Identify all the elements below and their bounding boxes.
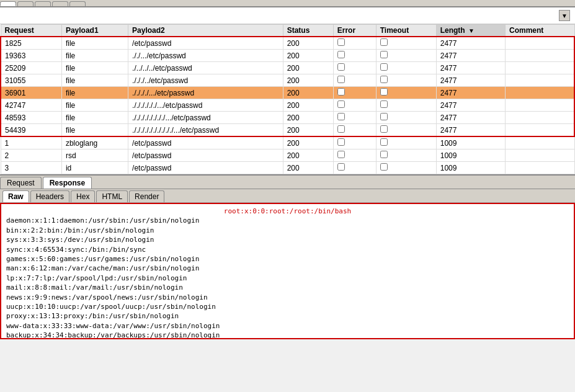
cell-error[interactable] bbox=[333, 149, 376, 162]
cell-timeout-checkbox[interactable] bbox=[380, 113, 388, 120]
cell-payload1: file bbox=[61, 99, 128, 112]
cell-request: 1 bbox=[1, 136, 61, 149]
sub-tab-headers[interactable]: Headers bbox=[30, 190, 69, 202]
cell-timeout[interactable] bbox=[376, 124, 436, 137]
cell-request: 48593 bbox=[1, 112, 61, 124]
cell-error[interactable] bbox=[333, 112, 376, 124]
col-length[interactable]: Length ▼ bbox=[436, 25, 505, 37]
sub-tab-hex[interactable]: Hex bbox=[71, 190, 95, 202]
table-row[interactable]: 19363file././.../etc/passwd2002477 bbox=[1, 50, 574, 62]
cell-error-checkbox[interactable] bbox=[337, 88, 345, 96]
cell-timeout-checkbox[interactable] bbox=[380, 38, 388, 46]
cell-timeout-checkbox[interactable] bbox=[380, 63, 388, 71]
table-row[interactable]: 31055file./././../etc/passwd2002477 bbox=[1, 74, 574, 87]
col-request[interactable]: Request bbox=[1, 25, 61, 37]
cell-error[interactable] bbox=[333, 62, 376, 74]
cell-timeout[interactable] bbox=[376, 149, 436, 162]
cell-error[interactable] bbox=[333, 162, 376, 174]
cell-payload2: /etc/passwd bbox=[128, 162, 283, 174]
tab-request[interactable]: Request bbox=[0, 177, 42, 189]
table-row[interactable]: 1zbloglang/etc/passwd2001009 bbox=[1, 136, 574, 149]
cell-error[interactable] bbox=[333, 50, 376, 62]
cell-error[interactable] bbox=[333, 87, 376, 99]
cell-timeout[interactable] bbox=[376, 87, 436, 99]
cell-timeout[interactable] bbox=[376, 99, 436, 112]
cell-error-checkbox[interactable] bbox=[337, 125, 345, 133]
cell-error-checkbox[interactable] bbox=[337, 63, 345, 71]
cell-length: 2477 bbox=[436, 74, 505, 87]
cell-timeout-checkbox[interactable] bbox=[380, 163, 388, 171]
filter-button[interactable]: ▼ bbox=[559, 10, 570, 21]
filter-bar: ▼ bbox=[0, 7, 575, 24]
cell-timeout[interactable] bbox=[376, 37, 436, 50]
cell-payload2: /etc/passwd bbox=[128, 149, 283, 162]
tab-results[interactable] bbox=[0, 1, 16, 6]
cell-timeout-checkbox[interactable] bbox=[380, 138, 388, 146]
sub-tab-raw[interactable]: Raw bbox=[2, 190, 29, 202]
tab-positions[interactable] bbox=[35, 1, 51, 6]
response-line: backup:x:34:34:backup:/var/backups:/usr/… bbox=[6, 331, 569, 339]
cell-payload1: file bbox=[61, 112, 128, 124]
cell-timeout[interactable] bbox=[376, 74, 436, 87]
cell-length: 2477 bbox=[436, 124, 505, 137]
cell-error-checkbox[interactable] bbox=[337, 113, 345, 120]
cell-length: 2477 bbox=[436, 37, 505, 50]
cell-request: 3 bbox=[1, 162, 61, 174]
cell-timeout-checkbox[interactable] bbox=[380, 76, 388, 83]
cell-comment bbox=[505, 112, 574, 124]
sub-tab-render[interactable]: Render bbox=[129, 190, 164, 202]
cell-payload2: ./././../etc/passwd bbox=[128, 74, 283, 87]
cell-error-checkbox[interactable] bbox=[337, 76, 345, 83]
table-row[interactable]: 1825file/etc/passwd2002477 bbox=[1, 37, 574, 50]
cell-payload1: id bbox=[61, 162, 128, 174]
cell-timeout[interactable] bbox=[376, 112, 436, 124]
cell-status: 200 bbox=[283, 62, 333, 74]
main-tab-bar bbox=[0, 0, 575, 7]
cell-timeout-checkbox[interactable] bbox=[380, 100, 388, 108]
cell-timeout-checkbox[interactable] bbox=[380, 88, 388, 96]
col-timeout[interactable]: Timeout bbox=[376, 25, 436, 37]
cell-error-checkbox[interactable] bbox=[337, 38, 345, 46]
cell-timeout-checkbox[interactable] bbox=[380, 51, 388, 58]
table-row[interactable]: 2rsd/etc/passwd2001009 bbox=[1, 149, 574, 162]
table-row[interactable]: 48593file././././././././.../etc/passwd2… bbox=[1, 112, 574, 124]
tab-target[interactable] bbox=[17, 1, 33, 6]
cell-error[interactable] bbox=[333, 124, 376, 137]
table-row[interactable]: 25209file./../../../etc/passwd2002477 bbox=[1, 62, 574, 74]
cell-timeout[interactable] bbox=[376, 162, 436, 174]
tab-options[interactable] bbox=[69, 1, 86, 6]
cell-comment bbox=[505, 87, 574, 99]
table-row[interactable]: 3id/etc/passwd2001009 bbox=[1, 162, 574, 174]
cell-error-checkbox[interactable] bbox=[337, 138, 345, 146]
cell-timeout[interactable] bbox=[376, 136, 436, 149]
col-comment[interactable]: Comment bbox=[505, 25, 574, 37]
response-line: www-data:x:33:33:www-data:/var/www:/usr/… bbox=[6, 321, 569, 331]
cell-timeout[interactable] bbox=[376, 62, 436, 74]
cell-status: 200 bbox=[283, 87, 333, 99]
tab-payloads[interactable] bbox=[52, 1, 68, 6]
cell-error[interactable] bbox=[333, 74, 376, 87]
cell-error[interactable] bbox=[333, 99, 376, 112]
cell-timeout-checkbox[interactable] bbox=[380, 125, 388, 133]
cell-timeout[interactable] bbox=[376, 50, 436, 62]
results-table: Request Payload1 Payload2 Status Error T… bbox=[0, 24, 575, 174]
col-error[interactable]: Error bbox=[333, 25, 376, 37]
cell-request: 36901 bbox=[1, 87, 61, 99]
cell-error-checkbox[interactable] bbox=[337, 151, 345, 158]
cell-error-checkbox[interactable] bbox=[337, 163, 345, 171]
cell-error[interactable] bbox=[333, 136, 376, 149]
sub-tab-html[interactable]: HTML bbox=[96, 190, 128, 202]
cell-error[interactable] bbox=[333, 37, 376, 50]
cell-length: 2477 bbox=[436, 87, 505, 99]
table-row[interactable]: 36901file././././.../etc/passwd2002477 bbox=[1, 87, 574, 99]
col-payload1[interactable]: Payload1 bbox=[61, 25, 128, 37]
cell-timeout-checkbox[interactable] bbox=[380, 151, 388, 158]
col-payload2[interactable]: Payload2 bbox=[128, 25, 283, 37]
cell-request: 31055 bbox=[1, 74, 61, 87]
col-status[interactable]: Status bbox=[283, 25, 333, 37]
cell-error-checkbox[interactable] bbox=[337, 100, 345, 108]
table-row[interactable]: 42747file././././././.../etc/passwd20024… bbox=[1, 99, 574, 112]
tab-response[interactable]: Response bbox=[43, 177, 92, 189]
table-row[interactable]: 54439file././././././././././.../etc/pas… bbox=[1, 124, 574, 137]
cell-error-checkbox[interactable] bbox=[337, 51, 345, 58]
